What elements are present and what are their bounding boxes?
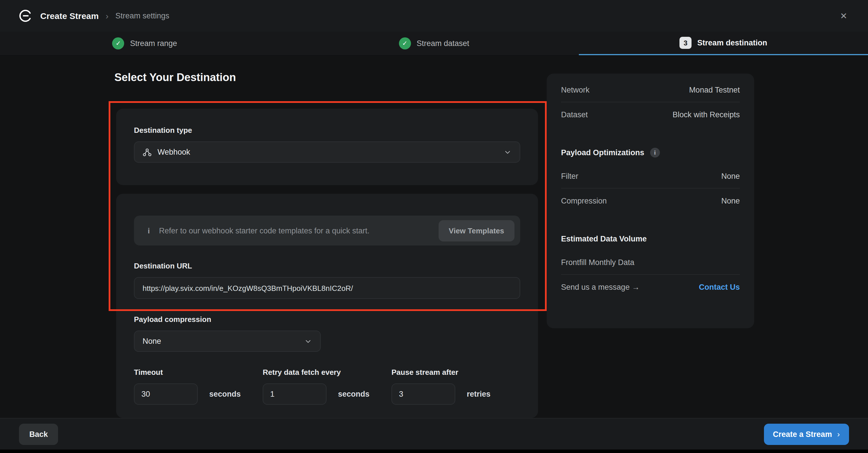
- contact-us-link[interactable]: Contact Us: [699, 282, 740, 291]
- create-stream-button[interactable]: Create a Stream ›: [764, 423, 849, 445]
- pause-group: Pause stream after retries: [392, 368, 520, 405]
- back-button[interactable]: Back: [19, 423, 58, 445]
- payload-optimizations-text: Payload Optimizations: [561, 148, 644, 157]
- breadcrumb-chevron-icon: ›: [105, 11, 108, 21]
- check-icon: ✓: [399, 37, 411, 50]
- pause-input[interactable]: [392, 384, 455, 405]
- payload-optimizations-title: Payload Optimizations i: [561, 140, 740, 164]
- footer: Back Create a Stream ›: [0, 418, 868, 450]
- step-stream-dataset[interactable]: ✓ Stream dataset: [289, 32, 579, 55]
- app-logo-icon: [19, 9, 33, 23]
- step-stream-destination[interactable]: 3 Stream destination: [579, 32, 868, 55]
- destination-type-card: Destination type Webhook: [116, 109, 538, 185]
- summary-row-compression: Compression None: [561, 188, 740, 213]
- estimated-data-volume-text: Estimated Data Volume: [561, 234, 647, 243]
- create-stream-label: Create a Stream: [773, 430, 832, 439]
- step-label: Stream range: [130, 39, 177, 48]
- destination-type-value: Webhook: [157, 148, 190, 156]
- info-banner: i Refer to our webhook starter code temp…: [134, 216, 520, 245]
- info-icon: i: [148, 226, 150, 235]
- view-templates-button[interactable]: View Templates: [438, 220, 515, 241]
- retry-settings-row: Timeout seconds Retry data fetch every s…: [134, 368, 520, 405]
- step-label: Stream destination: [697, 38, 767, 47]
- summary-value: Block with Receipts: [673, 110, 740, 119]
- summary-row-frontfill: Frontfill Monthly Data: [561, 251, 740, 275]
- stepper: ✓ Stream range ✓ Stream dataset 3 Stream…: [0, 32, 868, 56]
- destination-type-select[interactable]: Webhook: [134, 142, 520, 163]
- create-stream-modal: Create Stream › Stream settings ✕ ✓ Stre…: [0, 0, 868, 453]
- timeout-input[interactable]: [134, 384, 198, 405]
- close-icon[interactable]: ✕: [838, 9, 849, 23]
- summary-row-filter: Filter None: [561, 164, 740, 188]
- retry-input[interactable]: [263, 384, 327, 405]
- summary-label: Network: [561, 86, 589, 94]
- timeout-unit: seconds: [209, 390, 241, 398]
- step-stream-range[interactable]: ✓ Stream range: [0, 32, 289, 55]
- chevron-down-icon: [304, 337, 312, 345]
- summary-label: Dataset: [561, 110, 588, 119]
- page-title: Create Stream: [40, 11, 99, 21]
- payload-compression-select[interactable]: None: [134, 331, 321, 352]
- retry-unit: seconds: [338, 390, 370, 398]
- retry-group: Retry data fetch every seconds: [263, 368, 392, 405]
- retry-label: Retry data fetch every: [263, 368, 392, 376]
- summary-panel: Network Monad Testnet Dataset Block with…: [547, 73, 754, 328]
- pause-label: Pause stream after: [392, 368, 520, 376]
- summary-label: Compression: [561, 196, 607, 205]
- timeout-group: Timeout seconds: [134, 368, 263, 405]
- step-label: Stream dataset: [416, 39, 469, 48]
- summary-row-network: Network Monad Testnet: [561, 78, 740, 102]
- chevron-right-icon: ›: [837, 429, 840, 439]
- destination-type-label: Destination type: [134, 126, 520, 134]
- summary-value: None: [721, 172, 740, 181]
- summary-row-contact: Send us a message → Contact Us: [561, 275, 740, 299]
- destination-config-card: i Refer to our webhook starter code temp…: [116, 194, 538, 418]
- timeout-label: Timeout: [134, 368, 263, 376]
- summary-value: None: [721, 196, 740, 205]
- pause-unit: retries: [467, 390, 491, 398]
- summary-row-dataset: Dataset Block with Receipts: [561, 102, 740, 126]
- contact-message-label: Send us a message →: [561, 282, 640, 291]
- summary-value: Monad Testnet: [689, 86, 740, 94]
- payload-compression-label: Payload compression: [134, 315, 520, 324]
- webhook-icon: [143, 147, 152, 157]
- payload-compression-value: None: [143, 337, 161, 345]
- summary-label: Frontfill Monthly Data: [561, 258, 634, 267]
- bottom-strip: [0, 450, 868, 453]
- section-heading: Select Your Destination: [114, 71, 236, 84]
- destination-url-input[interactable]: [134, 277, 520, 299]
- step-number-badge: 3: [679, 37, 691, 49]
- estimated-data-volume-title: Estimated Data Volume: [561, 227, 740, 251]
- info-icon[interactable]: i: [650, 147, 660, 157]
- header: Create Stream › Stream settings ✕: [0, 0, 868, 32]
- destination-url-label: Destination URL: [134, 262, 520, 270]
- banner-text: Refer to our webhook starter code templa…: [159, 226, 429, 235]
- chevron-down-icon: [503, 148, 512, 156]
- check-icon: ✓: [113, 37, 124, 50]
- breadcrumb: Stream settings: [115, 11, 169, 20]
- summary-label: Filter: [561, 172, 578, 181]
